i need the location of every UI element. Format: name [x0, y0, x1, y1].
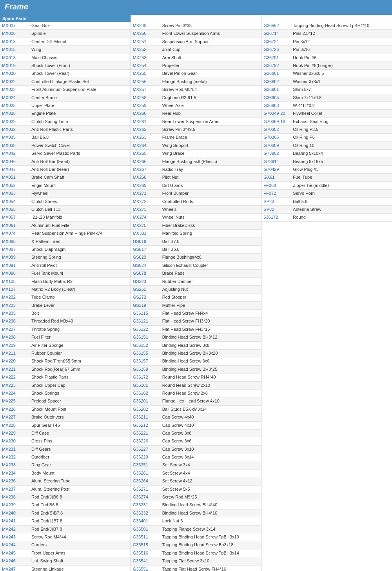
- part-code: G36227: [131, 445, 160, 453]
- table-row: G36802Washer 3x8x1: [261, 78, 392, 85]
- table-row: MX261Rear Lower Suspension Arms: [131, 118, 261, 125]
- table-row: MX228Spur Gear T46: [0, 421, 131, 429]
- part-name: Rod End(L)B7.8: [29, 517, 131, 525]
- part-name: Cap Screw 3x14: [160, 453, 261, 461]
- table-row: MX057.21-.28 Manifold: [0, 214, 131, 221]
- part-name: Pilot Nut: [160, 174, 261, 181]
- part-name: Clutch Bell T13: [29, 205, 131, 213]
- part-name: Binding Head Screw BH4*10: [160, 509, 261, 517]
- part-name: Cap Screw 3x8: [160, 429, 261, 437]
- part-code: MX055: [0, 205, 29, 213]
- part-code: MX269: [131, 181, 160, 189]
- part-name: Matrix R2 Body (Clear): [29, 285, 131, 293]
- table-row: MX272Controlled Rods: [131, 198, 261, 205]
- table-row: FF072Servo Horn: [261, 190, 392, 198]
- table-row: G36157Binding Head Screw 3x6: [131, 357, 261, 365]
- table-row: MX331Manifold Spring: [131, 230, 261, 237]
- part-name: Flat Head Screw FH4x4: [160, 310, 261, 317]
- part-code: G36905: [261, 94, 291, 102]
- part-name: Diff Gears: [29, 445, 131, 453]
- part-code: MX054: [0, 198, 29, 205]
- part-code: GS261: [131, 285, 160, 293]
- part-code: MX098: [0, 270, 29, 277]
- part-code: MX232: [0, 453, 29, 461]
- table-row: G73902Bearing 5x10x4: [261, 150, 392, 158]
- part-code: FF068: [261, 181, 291, 189]
- part-name: Shim 7x11x0.8: [291, 94, 392, 102]
- part-code: MX271: [131, 190, 160, 198]
- part-name: Shock Tower (Rear): [29, 70, 131, 78]
- part-code: MX202: [0, 294, 29, 301]
- part-name: Brake Pads: [160, 270, 261, 277]
- part-code: G36332: [131, 509, 160, 517]
- table-row: MX225Preload Spacer: [0, 397, 131, 405]
- table-row: G36182Round Head Screw 2x8: [131, 389, 261, 397]
- part-name: Flash Body Matrix R2: [29, 277, 131, 285]
- part-code: G36211: [131, 413, 160, 421]
- part-name: Cap Screw 3x6: [160, 437, 261, 445]
- part-name: Steering Spring: [29, 254, 131, 261]
- table-row: MX087Shock Diaphragm: [0, 245, 131, 253]
- part-name: Ball 5.8: [291, 198, 392, 205]
- part-name: Alum. Steering Post: [29, 485, 131, 493]
- part-name: Binding Head Screw 3x6: [160, 357, 261, 365]
- part-code: G36271: [131, 485, 160, 493]
- part-name: Flat Head Screw FH3*20: [160, 317, 261, 325]
- part-code: G36724: [261, 38, 291, 45]
- part-name: Controlled Linkage Plastic Set: [29, 78, 131, 85]
- table-row: MX267Radio Tray: [131, 166, 261, 174]
- part-code: GS319: [131, 301, 160, 309]
- part-name: Anti-Roll Plastic Parts: [29, 126, 131, 134]
- table-row: MX054Clutch Shoes: [0, 198, 131, 205]
- part-code: MX019: [0, 62, 29, 69]
- part-code: MX230: [0, 437, 29, 445]
- part-code: G36274: [131, 493, 160, 501]
- part-name: Wheels: [160, 205, 261, 213]
- table-row: G70349-20Flywheel Collet: [261, 110, 392, 118]
- page-title: Frame: [5, 2, 387, 11]
- part-code: MX052: [0, 181, 29, 189]
- part-code: G70349-20: [261, 110, 291, 118]
- part-code: MX233: [0, 461, 29, 469]
- part-name: Set Screw 3x4: [160, 461, 261, 469]
- table-row: MX251Suspension Arm Support: [131, 38, 261, 45]
- table-row: G36905Shim 7x11x0.8: [261, 94, 392, 102]
- table-row: MX245Front Upper Arms: [0, 549, 131, 557]
- part-name: Carriers: [29, 541, 131, 549]
- table-row: MX052Engin Mount: [0, 181, 131, 189]
- table-row: G36331Binding Head Screw BH4*40: [131, 501, 261, 509]
- part-name: Hook Pin #8(Longer): [291, 62, 392, 69]
- part-name: Diff Case: [29, 429, 131, 437]
- part-code: G36802: [261, 78, 291, 85]
- table-row: MX208Fuel Filter: [0, 334, 131, 341]
- part-code: MX046: [0, 158, 29, 165]
- part-name: Binding Head Screw 3x8: [160, 341, 261, 349]
- part-code: MX038: [0, 141, 29, 149]
- table-row: MX020Shock Tower (Rear): [0, 70, 131, 78]
- table-row: MX234Body Mount: [0, 469, 131, 477]
- part-code: MX223: [0, 381, 29, 389]
- part-name: Set Screw 4x12: [160, 477, 261, 485]
- part-code: MX035: [0, 134, 29, 141]
- table-row: G70302Oil Ring P3.5: [261, 126, 392, 134]
- table-row: MX258Dogbone,R2-91.5: [131, 94, 261, 102]
- table-row: G36121Flat Head Screw FH3*20: [131, 317, 261, 325]
- part-name: Flange Hex Head Screw 4x10: [160, 397, 261, 405]
- part-code: MX028: [0, 110, 29, 118]
- table-row: G36516Tapping Binding Head Screw TpBH3x1…: [131, 549, 261, 557]
- page-wrapper: Frame Spare Parts MX007Gear BoxMX008Spin…: [0, 0, 392, 571]
- part-code: G36511: [131, 533, 160, 541]
- part-name: Ball B6.8: [29, 134, 131, 141]
- part-code: G73914: [261, 158, 291, 165]
- part-name: Tapping Binding Head Screw TpBH3x10: [160, 533, 261, 541]
- part-name: Clutch Spring 1mm: [29, 118, 131, 125]
- table-row: MX241Rod End(L)B7.8: [0, 517, 131, 525]
- part-code: MX252: [131, 46, 160, 54]
- part-code: G36201: [131, 397, 160, 405]
- table-row: MX242Rod End(J)B7.8: [0, 525, 131, 533]
- table-row: MX206Threaded Rod M3x40: [0, 317, 131, 325]
- part-code: MX029: [0, 118, 29, 125]
- table-row: G36181Round Head Screw 2x10: [131, 381, 261, 389]
- part-name: Wheel Nuts: [160, 214, 261, 221]
- table-row: G73914Bearing 8x16x5: [261, 158, 392, 165]
